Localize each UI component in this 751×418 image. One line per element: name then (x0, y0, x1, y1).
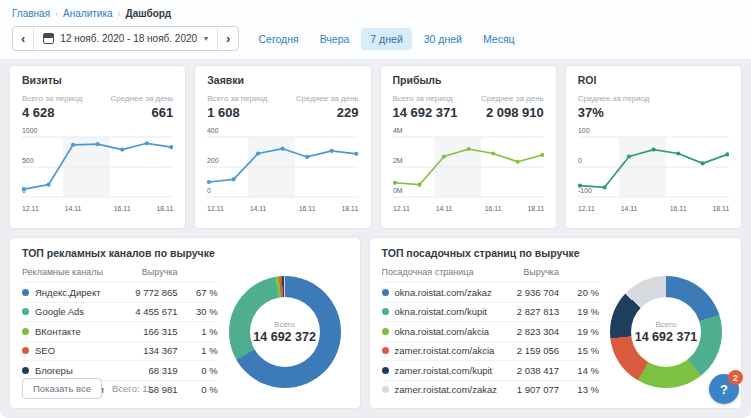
dashboard-screen: Главная › Аналитика › Дашборд ‹ 12 нояб.… (0, 0, 751, 418)
card-title: ROI (578, 74, 729, 86)
tab-месяц[interactable]: Месяц (474, 28, 524, 50)
legend-dot-icon (382, 289, 389, 296)
donut-center: Всего14 692 372 (250, 297, 320, 367)
row-name: Google Ads (35, 306, 84, 317)
data-point (145, 141, 149, 145)
date-range-picker[interactable]: 12 нояб. 2020 - 18 нояб. 2020 ▾ (33, 27, 217, 50)
breadcrumb-separator-icon: › (55, 9, 58, 19)
row-name: zamer.roistat.com/zakaz (395, 384, 497, 395)
stat-value: 2 098 910 (481, 105, 544, 120)
donut-center-value: 14 692 371 (635, 330, 698, 344)
panel-title: ТОП рекламных каналов по выручке (22, 247, 348, 259)
stat-value: 1 608 (207, 105, 267, 120)
legend-dot-icon (382, 386, 389, 393)
x-axis-tick: 14.11 (65, 205, 82, 212)
tab-30-дней[interactable]: 30 дней (415, 28, 471, 50)
tab-7-дней[interactable]: 7 дней (361, 28, 411, 50)
donut-area: Всего14 692 371 (603, 264, 729, 399)
row-name-cell: Яндекс.Директ (22, 287, 116, 298)
table-row[interactable]: zamer.roistat.com/zakaz1 907 07713 % (382, 380, 599, 400)
y-axis-tick: 1000 (22, 127, 38, 134)
donut-chart: Всего14 692 371 (610, 276, 722, 388)
legend-dot-icon (22, 367, 29, 374)
breadcrumb-link-analytics[interactable]: Аналитика (63, 8, 113, 19)
data-point (256, 151, 260, 155)
card-title: Визиты (22, 74, 173, 86)
breadcrumb-separator-icon: › (118, 9, 121, 19)
table-row[interactable]: SEO134 3671 % (22, 341, 218, 361)
legend-dot-icon (382, 367, 389, 374)
help-button[interactable]: ? 2 (709, 374, 739, 404)
x-axis-tick: 12.11 (393, 205, 410, 212)
row-name-cell: zamer.roistat.com/zakaz (382, 384, 497, 395)
stat: Всего за период4 628 (22, 94, 82, 120)
stat-label: Среднее за день (296, 94, 359, 103)
row-name: zamer.roistat.com/akcia (395, 345, 495, 356)
x-axis-tick: 14.11 (435, 205, 452, 212)
x-axis-tick: 18.11 (156, 205, 173, 212)
data-point (417, 183, 421, 187)
stat-label: Среднее за день (111, 94, 174, 103)
line-chart: 1000500012.1114.1116.1118.11 (22, 123, 173, 219)
row-percent: 30 % (178, 306, 218, 317)
row-percent: 1 % (178, 326, 218, 337)
prev-period-button[interactable]: ‹ (13, 27, 33, 50)
stat: Среднее за день661 (111, 94, 174, 120)
tab-вчера[interactable]: Вчера (311, 28, 359, 50)
legend-dot-icon (22, 308, 29, 315)
donut-center-label: Всего (274, 320, 295, 329)
row-name: okna.roistat.com/akcia (395, 326, 490, 337)
stat: Всего за период1 608 (207, 94, 267, 120)
y-axis-tick: 0 (207, 187, 211, 194)
table-row[interactable]: Яндекс.Директ9 772 86567 % (22, 282, 218, 302)
stat-value: 37% (578, 105, 650, 120)
data-point (676, 151, 680, 155)
metric-cards-row: ВизитыВсего за период4 628Среднее за ден… (9, 65, 742, 229)
revenue-table: Посадочная страницаВыручкаokna.roistat.c… (382, 264, 599, 399)
column-header-revenue: Выручка (497, 267, 559, 277)
table-row[interactable]: ВКонтакте166 3151 % (22, 321, 218, 341)
data-point (627, 154, 631, 158)
data-point (700, 161, 704, 165)
table-row[interactable]: okna.roistat.com/kupit2 827 81319 % (382, 302, 599, 322)
data-point (393, 181, 397, 185)
row-name: okna.roistat.com/zakaz (395, 287, 492, 298)
data-point (330, 149, 334, 153)
stat: Среднее за период37% (578, 94, 650, 120)
row-revenue: 166 315 (116, 326, 178, 337)
x-axis-tick: 18.11 (342, 205, 359, 212)
table-row[interactable]: okna.roistat.com/zakaz2 936 70420 % (382, 282, 599, 302)
stat-value: 661 (111, 105, 174, 120)
total-count-label: Всего: 11 (112, 383, 152, 394)
data-point (354, 152, 358, 156)
stat-value: 14 692 371 (393, 105, 458, 120)
donut-center-value: 14 692 372 (253, 330, 316, 344)
row-name: ВКонтакте (35, 326, 81, 337)
table-row[interactable]: zamer.roistat.com/akcia2 159 05615 % (382, 341, 599, 361)
table-row[interactable]: Google Ads4 455 67130 % (22, 302, 218, 322)
table-row[interactable]: Блогеры68 3190 % (22, 360, 218, 380)
stat: Всего за период14 692 371 (393, 94, 458, 120)
tab-сегодня[interactable]: Сегодня (249, 28, 307, 50)
data-point (46, 183, 50, 187)
row-revenue: 4 455 671 (116, 306, 178, 317)
metric-card-1: ВизитыВсего за период4 628Среднее за ден… (9, 65, 186, 229)
legend-dot-icon (22, 289, 29, 296)
data-point (466, 147, 470, 151)
donut-center: Всего14 692 371 (631, 297, 701, 367)
breadcrumb-link-home[interactable]: Главная (12, 8, 50, 19)
row-percent: 13 % (559, 384, 599, 395)
row-name-cell: Google Ads (22, 306, 116, 317)
next-period-button[interactable]: › (217, 27, 238, 50)
row-name-cell: zamer.roistat.com/kupit (382, 365, 497, 376)
data-point (120, 148, 124, 152)
table-row[interactable]: okna.roistat.com/akcia2 823 30419 % (382, 321, 599, 341)
row-percent: 0 % (178, 365, 218, 376)
table-row[interactable]: zamer.roistat.com/kupit2 038 41714 % (382, 360, 599, 380)
row-revenue: 2 823 304 (497, 326, 559, 337)
column-header-revenue: Выручка (116, 267, 178, 277)
row-percent: 19 % (559, 326, 599, 337)
show-all-button[interactable]: Показать все (22, 378, 102, 399)
donut-chart: Всего14 692 372 (229, 276, 341, 388)
stat-label: Всего за период (393, 94, 458, 103)
